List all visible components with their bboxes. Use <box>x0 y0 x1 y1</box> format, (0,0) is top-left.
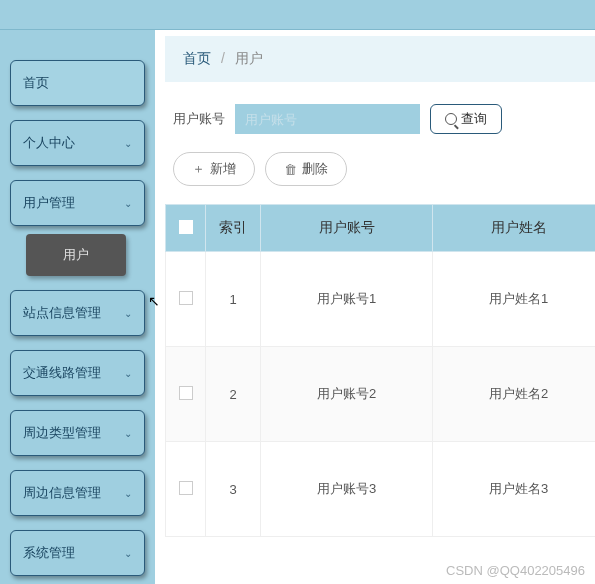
filter-label: 用户账号 <box>173 110 225 128</box>
chevron-down-icon: ⌄ <box>124 488 132 499</box>
chevron-down-icon: ⌄ <box>124 138 132 149</box>
sidebar-item-label: 首页 <box>23 74 49 92</box>
cell-account: 用户账号2 <box>261 347 433 442</box>
cell-index: 3 <box>206 442 261 537</box>
sidebar-item-user-mgmt[interactable]: 用户管理 ⌄ <box>10 180 145 226</box>
table-row: 2用户账号2用户姓名2 <box>166 347 596 442</box>
header-account: 用户账号 <box>261 205 433 252</box>
watermark: CSDN @QQ402205496 <box>446 563 585 578</box>
sidebar-item-label: 站点信息管理 <box>23 304 101 322</box>
sidebar-subitem-label: 用户 <box>63 247 89 262</box>
row-checkbox[interactable] <box>179 481 193 495</box>
sidebar-subitem-user[interactable]: 用户 <box>26 234 126 276</box>
select-all-checkbox[interactable] <box>179 220 193 234</box>
chevron-down-icon: ⌄ <box>124 428 132 439</box>
breadcrumb: 首页 / 用户 <box>165 36 595 82</box>
table-row: 1用户账号1用户姓名1 <box>166 252 596 347</box>
sidebar-item-home[interactable]: 首页 <box>10 60 145 106</box>
row-checkbox[interactable] <box>179 291 193 305</box>
chevron-down-icon: ⌄ <box>124 308 132 319</box>
sidebar-item-label: 个人中心 <box>23 134 75 152</box>
delete-button-label: 删除 <box>302 160 328 178</box>
sidebar-item-label: 系统管理 <box>23 544 75 562</box>
add-button-label: 新增 <box>210 160 236 178</box>
row-checkbox[interactable] <box>179 386 193 400</box>
header-index: 索引 <box>206 205 261 252</box>
sidebar-item-label: 交通线路管理 <box>23 364 101 382</box>
trash-icon: 🗑 <box>284 162 297 177</box>
search-icon <box>445 113 457 125</box>
table-row: 3用户账号3用户姓名3 <box>166 442 596 537</box>
header-name: 用户姓名 <box>433 205 596 252</box>
cell-name: 用户姓名1 <box>433 252 596 347</box>
cell-account: 用户账号3 <box>261 442 433 537</box>
table-header-row: 索引 用户账号 用户姓名 <box>166 205 596 252</box>
chevron-down-icon: ⌄ <box>124 198 132 209</box>
breadcrumb-current: 用户 <box>235 50 263 66</box>
sidebar-item-station[interactable]: 站点信息管理 ⌄ <box>10 290 145 336</box>
sidebar-item-profile[interactable]: 个人中心 ⌄ <box>10 120 145 166</box>
cell-account: 用户账号1 <box>261 252 433 347</box>
cell-index: 1 <box>206 252 261 347</box>
cell-name: 用户姓名2 <box>433 347 596 442</box>
cell-name: 用户姓名3 <box>433 442 596 537</box>
chevron-down-icon: ⌄ <box>124 548 132 559</box>
breadcrumb-separator: / <box>221 50 225 66</box>
data-table: 索引 用户账号 用户姓名 1用户账号1用户姓名12用户账号2用户姓名23用户账号… <box>165 204 595 537</box>
sidebar-item-surrounding-type[interactable]: 周边类型管理 ⌄ <box>10 410 145 456</box>
search-button-label: 查询 <box>461 110 487 128</box>
filter-row: 用户账号 查询 <box>155 82 595 142</box>
sidebar-item-label: 周边信息管理 <box>23 484 101 502</box>
sidebar: 首页 个人中心 ⌄ 用户管理 ⌄ 用户 站点信息管理 ⌄ 交通线路管理 ⌄ 周边… <box>0 30 155 584</box>
account-input[interactable] <box>235 104 420 134</box>
sidebar-item-label: 用户管理 <box>23 194 75 212</box>
search-button[interactable]: 查询 <box>430 104 502 134</box>
add-button[interactable]: ＋ 新增 <box>173 152 255 186</box>
plus-icon: ＋ <box>192 160 205 178</box>
sidebar-item-traffic[interactable]: 交通线路管理 ⌄ <box>10 350 145 396</box>
sidebar-item-surrounding-info[interactable]: 周边信息管理 ⌄ <box>10 470 145 516</box>
breadcrumb-home[interactable]: 首页 <box>183 50 211 66</box>
container: 首页 个人中心 ⌄ 用户管理 ⌄ 用户 站点信息管理 ⌄ 交通线路管理 ⌄ 周边… <box>0 30 595 584</box>
main-content: 首页 / 用户 用户账号 查询 ＋ 新增 🗑 删除 <box>155 30 595 584</box>
topbar <box>0 0 595 30</box>
sidebar-item-system[interactable]: 系统管理 ⌄ <box>10 530 145 576</box>
chevron-down-icon: ⌄ <box>124 368 132 379</box>
delete-button[interactable]: 🗑 删除 <box>265 152 347 186</box>
sidebar-item-label: 周边类型管理 <box>23 424 101 442</box>
action-row: ＋ 新增 🗑 删除 <box>155 142 595 204</box>
cell-index: 2 <box>206 347 261 442</box>
